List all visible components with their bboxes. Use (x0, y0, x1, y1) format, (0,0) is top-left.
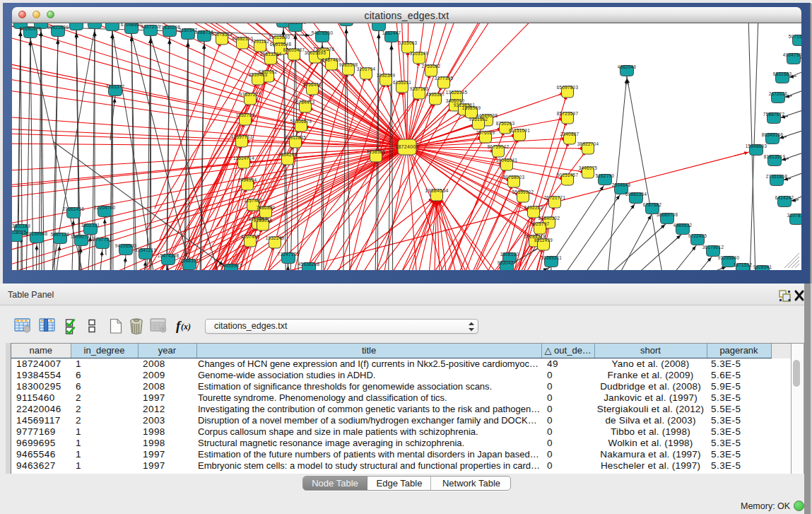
svg-text:4989632: 4989632 (673, 223, 693, 228)
svg-text:2672026: 2672026 (769, 91, 788, 96)
svg-text:11514714: 11514714 (233, 156, 254, 160)
svg-text:9025797: 9025797 (531, 221, 550, 226)
svg-text:3377395: 3377395 (435, 76, 454, 81)
svg-text:7291182: 7291182 (251, 39, 269, 44)
svg-text:41597763: 41597763 (231, 134, 253, 139)
svg-text:74523080: 74523080 (285, 23, 307, 25)
svg-text:29912885: 29912885 (285, 135, 307, 140)
svg-text:22204750: 22204750 (94, 205, 116, 210)
svg-text:3103149: 3103149 (410, 51, 429, 56)
svg-text:8750263: 8750263 (496, 121, 515, 126)
svg-text:1092399: 1092399 (377, 73, 396, 78)
svg-text:6492222: 6492222 (524, 205, 543, 210)
svg-text:6414242: 6414242 (775, 195, 794, 200)
svg-text:50199948: 50199948 (26, 231, 48, 236)
svg-text:6155211: 6155211 (393, 80, 411, 85)
svg-text:6831683: 6831683 (773, 71, 792, 76)
svg-text:71830298: 71830298 (159, 25, 181, 30)
svg-text:1263016: 1263016 (254, 218, 273, 223)
svg-text:31015880: 31015880 (269, 35, 290, 40)
svg-text:1882447: 1882447 (382, 30, 401, 35)
svg-text:8238583: 8238583 (367, 149, 386, 154)
svg-text:2753062: 2753062 (422, 64, 441, 69)
svg-text:21661456: 21661456 (63, 206, 85, 211)
svg-text:4595367: 4595367 (426, 92, 445, 97)
svg-text:49047904: 49047904 (783, 52, 801, 57)
svg-text:3101794: 3101794 (357, 66, 376, 71)
svg-text:87605487: 87605487 (283, 47, 305, 52)
svg-text:3107819: 3107819 (787, 213, 801, 218)
svg-text:15474308: 15474308 (158, 253, 180, 258)
svg-text:80768003: 80768003 (503, 175, 525, 180)
svg-text:8511439: 8511439 (534, 238, 553, 243)
svg-text:2684290: 2684290 (278, 152, 298, 157)
svg-text:1871512: 1871512 (734, 262, 753, 267)
svg-text:3301189: 3301189 (12, 223, 30, 228)
svg-text:2797751: 2797751 (93, 237, 112, 242)
svg-text:18724007: 18724007 (395, 144, 419, 149)
svg-text:1852729: 1852729 (236, 112, 255, 117)
svg-text:28386279: 28386279 (368, 23, 390, 24)
svg-text:9161802: 9161802 (469, 117, 488, 122)
svg-text:8539463: 8539463 (249, 72, 268, 77)
svg-text:9928941: 9928941 (753, 264, 772, 269)
svg-text:4107495: 4107495 (241, 234, 260, 239)
svg-text:38689758: 38689758 (657, 212, 678, 217)
svg-text:93295840: 93295840 (718, 255, 740, 260)
svg-text:2588311: 2588311 (180, 258, 199, 263)
svg-text:2504648: 2504648 (612, 182, 631, 187)
svg-text:9722405: 9722405 (688, 233, 707, 238)
svg-text:86759042: 86759042 (488, 144, 510, 149)
svg-text:9337163: 9337163 (410, 86, 429, 91)
svg-text:64459987: 64459987 (220, 263, 242, 268)
svg-text:88549166: 88549166 (762, 132, 784, 137)
svg-text:85723597: 85723597 (557, 111, 579, 116)
svg-text:19046041: 19046041 (496, 158, 518, 163)
svg-text:1932249: 1932249 (266, 235, 285, 240)
svg-text:3508130: 3508130 (500, 252, 519, 257)
svg-text:6787682: 6787682 (643, 202, 662, 207)
svg-text:1487489: 1487489 (322, 57, 341, 62)
svg-text:88921620: 88921620 (47, 25, 69, 30)
svg-text:6784473: 6784473 (296, 100, 315, 105)
svg-text:30813294: 30813294 (260, 52, 282, 57)
svg-text:5315063: 5315063 (399, 40, 418, 45)
svg-text:5162790: 5162790 (596, 173, 615, 178)
svg-text:61151091: 61151091 (509, 128, 530, 133)
svg-text:87840302: 87840302 (539, 216, 560, 221)
svg-text:54676550: 54676550 (312, 30, 334, 35)
svg-text:59882354: 59882354 (625, 192, 647, 197)
svg-text:64919648: 64919648 (270, 42, 292, 47)
svg-text:67098957: 67098957 (121, 23, 143, 27)
svg-text:31547219: 31547219 (135, 247, 157, 252)
svg-text:94206503: 94206503 (115, 243, 137, 248)
svg-text:65097803: 65097803 (557, 85, 579, 90)
svg-text:55399902: 55399902 (512, 189, 534, 194)
svg-text:50251457: 50251457 (557, 173, 579, 177)
svg-text:15848603: 15848603 (746, 144, 767, 148)
svg-text:9085508: 9085508 (339, 62, 358, 67)
svg-text:81618025: 81618025 (12, 230, 26, 235)
svg-text:57306879: 57306879 (290, 119, 312, 124)
svg-text:38922704: 38922704 (577, 141, 599, 146)
svg-text:26721771: 26721771 (544, 195, 566, 200)
svg-text:16990757: 16990757 (71, 234, 93, 239)
svg-text:2494994: 2494994 (238, 177, 257, 182)
svg-text:5756456: 5756456 (303, 82, 322, 87)
svg-text:2576029: 2576029 (476, 130, 495, 135)
svg-text:27361858: 27361858 (766, 174, 788, 179)
svg-text:7183377: 7183377 (106, 84, 125, 89)
svg-text:3157462: 3157462 (244, 198, 263, 203)
svg-text:97637277: 97637277 (240, 92, 261, 97)
svg-text:36179012: 36179012 (702, 245, 724, 250)
svg-text:81813519: 81813519 (764, 154, 786, 159)
svg-text:6317270: 6317270 (141, 24, 160, 29)
svg-text:50389311: 50389311 (541, 255, 562, 260)
svg-text:7486880: 7486880 (257, 205, 276, 210)
svg-text:13626145: 13626145 (446, 90, 468, 95)
svg-text:4662046: 4662046 (618, 64, 637, 69)
svg-text:1898969: 1898969 (462, 105, 481, 110)
svg-text:(x): (x) (181, 322, 191, 332)
svg-text:50715388: 50715388 (789, 34, 801, 39)
svg-text:5997126: 5997126 (51, 232, 70, 237)
